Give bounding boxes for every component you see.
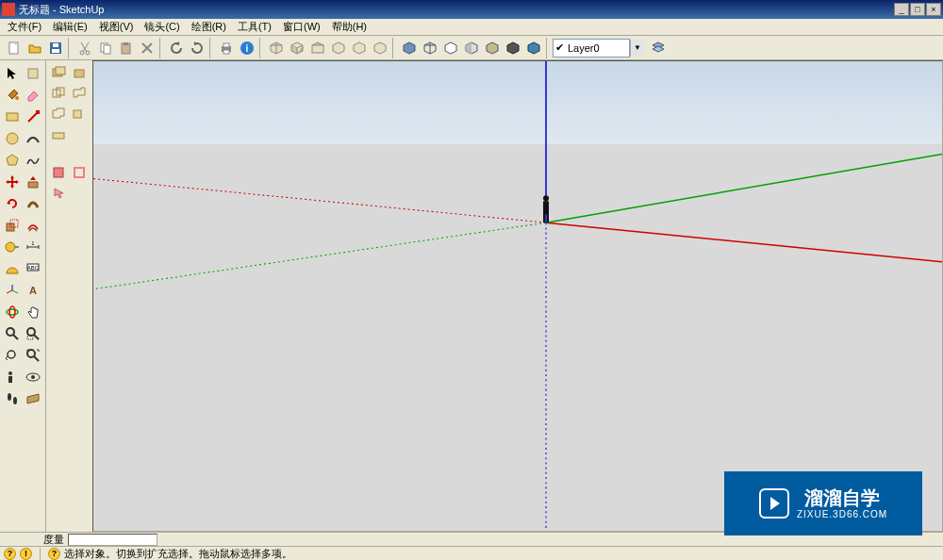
svg-point-50 xyxy=(543,195,549,201)
walk-tool-icon[interactable] xyxy=(2,387,23,409)
style-shaded-tex-icon[interactable] xyxy=(482,38,503,58)
menu-draw[interactable]: 绘图(R) xyxy=(186,19,232,35)
separator xyxy=(209,38,214,58)
scale-tool-icon[interactable] xyxy=(2,214,23,236)
svg-rect-49 xyxy=(74,168,84,177)
style-shaded-icon[interactable] xyxy=(461,38,482,58)
section-plane-icon[interactable] xyxy=(23,387,43,409)
paint-bucket-icon[interactable] xyxy=(2,84,23,106)
style-xray-icon[interactable] xyxy=(399,38,420,58)
solid-tools-icon[interactable] xyxy=(69,62,90,83)
view-iso-icon[interactable] xyxy=(266,38,287,58)
pushpull-tool-icon[interactable] xyxy=(23,171,43,192)
dynamic-comp-icon[interactable] xyxy=(48,162,69,183)
style-color-icon[interactable] xyxy=(523,38,544,58)
subtract-icon[interactable] xyxy=(48,104,69,124)
pan-tool-icon[interactable] xyxy=(23,301,43,322)
outer-shell-icon[interactable] xyxy=(48,62,69,83)
arc-tool-icon[interactable] xyxy=(23,127,43,149)
svg-rect-18 xyxy=(7,113,18,121)
print-icon[interactable] xyxy=(216,38,237,58)
svg-text:ABC: ABC xyxy=(27,265,40,271)
svg-point-17 xyxy=(15,96,19,100)
rotate-tool-icon[interactable] xyxy=(2,192,23,214)
model-info-icon[interactable]: i xyxy=(237,38,257,58)
followme-tool-icon[interactable] xyxy=(23,192,43,214)
minimize-button[interactable]: _ xyxy=(894,3,909,16)
trim-icon[interactable] xyxy=(69,104,90,124)
position-camera-icon[interactable] xyxy=(2,366,23,387)
help-icon-1[interactable]: ? xyxy=(4,548,16,560)
menu-file[interactable]: 文件(F) xyxy=(2,19,47,35)
move-tool-icon[interactable] xyxy=(2,171,23,192)
view-right-icon[interactable] xyxy=(328,38,349,58)
maximize-button[interactable]: □ xyxy=(910,3,925,16)
status-tip: 选择对象。切换到扩充选择。拖动鼠标选择多项。 xyxy=(64,547,292,561)
close-button[interactable]: × xyxy=(926,3,941,16)
help-icon-3[interactable]: ? xyxy=(48,548,60,560)
secondary-toolset xyxy=(45,60,92,532)
text-tool-icon[interactable]: ABC xyxy=(23,257,43,279)
style-monochrome-icon[interactable] xyxy=(503,38,523,58)
eraser-icon[interactable] xyxy=(23,84,43,106)
make-component-icon[interactable] xyxy=(23,62,43,84)
layer-selector[interactable]: ✔ Layer0 xyxy=(553,39,630,58)
open-file-icon[interactable] xyxy=(25,38,45,58)
status-bar: ? ! ? 选择对象。切换到扩充选择。拖动鼠标选择多项。 xyxy=(0,546,943,560)
window-title: 无标题 - SketchUp xyxy=(19,3,893,17)
menu-edit[interactable]: 编辑(E) xyxy=(47,19,93,35)
svg-point-30 xyxy=(9,306,15,318)
line-tool-icon[interactable] xyxy=(23,106,43,127)
svg-rect-7 xyxy=(104,45,110,54)
axes-tool-icon[interactable] xyxy=(2,279,23,301)
menu-window[interactable]: 窗口(W) xyxy=(277,19,326,35)
style-wireframe-icon[interactable] xyxy=(420,38,440,58)
view-front-icon[interactable] xyxy=(307,38,328,58)
svg-rect-51 xyxy=(543,201,549,215)
new-file-icon[interactable] xyxy=(4,38,25,58)
3dtext-tool-icon[interactable]: A xyxy=(23,279,43,301)
dynamic-interact-icon[interactable] xyxy=(48,183,69,204)
circle-tool-icon[interactable] xyxy=(2,127,23,149)
svg-rect-11 xyxy=(223,43,229,47)
tape-measure-icon[interactable] xyxy=(2,236,23,257)
union-icon[interactable] xyxy=(69,83,90,104)
offset-tool-icon[interactable] xyxy=(23,214,43,236)
intersect-icon[interactable] xyxy=(48,83,69,104)
menu-view[interactable]: 视图(V) xyxy=(93,19,140,35)
rectangle-tool-icon[interactable] xyxy=(2,106,23,127)
measurement-input[interactable] xyxy=(68,534,157,546)
orbit-tool-icon[interactable] xyxy=(2,301,23,322)
menu-tools[interactable]: 工具(T) xyxy=(232,19,277,35)
redo-icon[interactable] xyxy=(187,38,207,58)
delete-icon[interactable] xyxy=(137,38,157,58)
paste-icon[interactable] xyxy=(116,38,137,58)
polygon-tool-icon[interactable] xyxy=(2,149,23,171)
select-tool-icon[interactable] xyxy=(2,62,23,84)
save-file-icon[interactable] xyxy=(45,38,66,58)
view-left-icon[interactable] xyxy=(370,38,390,58)
cut-icon[interactable] xyxy=(74,38,95,58)
style-hidden-line-icon[interactable] xyxy=(440,38,461,58)
protractor-tool-icon[interactable] xyxy=(2,257,23,279)
dynamic-options-icon[interactable] xyxy=(69,162,90,183)
undo-icon[interactable] xyxy=(166,38,187,58)
view-top-icon[interactable] xyxy=(287,38,307,58)
layer-manager-icon[interactable] xyxy=(648,38,669,58)
menu-camera[interactable]: 镜头(C) xyxy=(139,19,185,35)
zoom-window-icon[interactable] xyxy=(23,322,43,344)
help-icon-2[interactable]: ! xyxy=(20,548,32,560)
freehand-tool-icon[interactable] xyxy=(23,149,43,171)
layer-dropdown-icon[interactable]: ▼ xyxy=(630,40,644,57)
copy-icon[interactable] xyxy=(95,38,116,58)
menu-help[interactable]: 帮助(H) xyxy=(326,19,372,35)
zoom-extents-icon[interactable] xyxy=(23,344,43,366)
dimension-tool-icon[interactable]: 1 xyxy=(23,236,43,257)
split-icon[interactable] xyxy=(48,124,69,145)
look-around-icon[interactable] xyxy=(23,366,43,387)
3d-viewport[interactable] xyxy=(92,60,943,532)
play-icon xyxy=(759,488,789,519)
view-back-icon[interactable] xyxy=(349,38,370,58)
zoom-tool-icon[interactable] xyxy=(2,322,23,344)
zoom-previous-icon[interactable] xyxy=(2,344,23,366)
